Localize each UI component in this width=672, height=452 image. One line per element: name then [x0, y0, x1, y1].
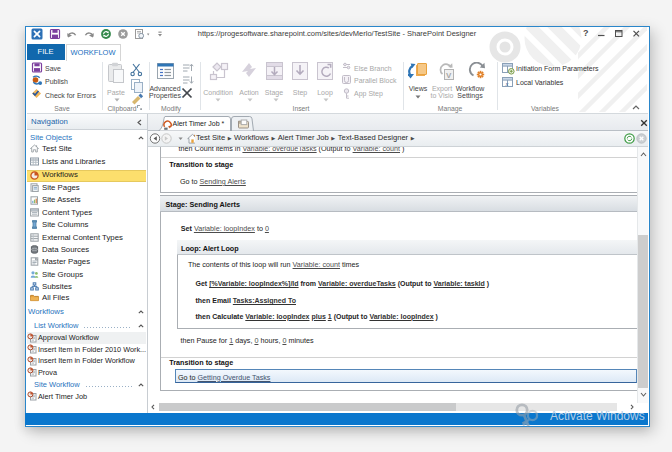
- svg-text:V: V: [446, 71, 452, 80]
- svg-text:x: x: [505, 80, 509, 87]
